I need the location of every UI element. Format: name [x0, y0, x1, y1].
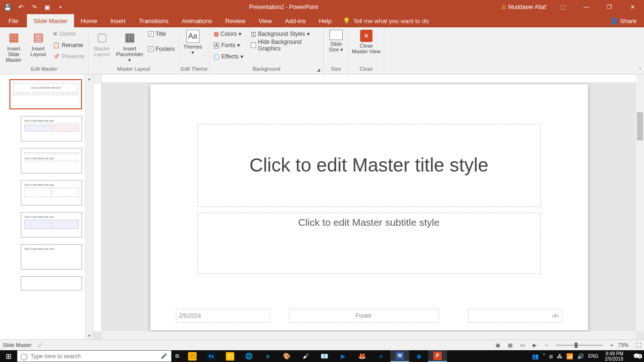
thumbnail-scrollbar[interactable]: ▴ ▾: [85, 74, 93, 339]
taskbar-clock[interactable]: 8:49 PM 2/5/2018: [602, 351, 626, 362]
minimize-icon[interactable]: —: [576, 0, 597, 14]
tab-animations[interactable]: Animations: [175, 14, 219, 27]
footers-checkbox[interactable]: ✓Footers: [146, 44, 177, 54]
tab-insert[interactable]: Insert: [104, 14, 132, 27]
thumbnail-layout-1[interactable]: Click to edit Master title style: [21, 116, 82, 141]
thumbnail-layout-3[interactable]: Click to edit Master title style: [21, 180, 82, 206]
taskbar-app-folder[interactable]: 🗀: [221, 350, 239, 362]
task-view-icon[interactable]: ⧉: [172, 350, 183, 362]
insert-placeholder-button[interactable]: ▦ Insert Placeholder ▾: [114, 29, 145, 63]
search-input[interactable]: [31, 353, 157, 360]
insert-slide-master-button[interactable]: ▦ Insert Slide Master: [2, 29, 25, 63]
thumbnail-layout-5[interactable]: Click to edit Master title style: [21, 244, 82, 270]
fonts-button[interactable]: AFonts ▾: [212, 40, 245, 50]
taskbar-search[interactable]: ◯ 🎤: [17, 350, 172, 362]
themes-button[interactable]: Aa Themes▾: [181, 29, 205, 55]
close-window-icon[interactable]: ✕: [622, 0, 643, 14]
taskbar-app-explorer[interactable]: 🗀: [183, 350, 202, 362]
canvas-scrollbar-v[interactable]: [636, 74, 644, 331]
sorter-view-icon[interactable]: ▦: [504, 341, 516, 349]
ruler-vertical[interactable]: [93, 83, 102, 331]
collapse-ribbon-icon[interactable]: ˄: [639, 67, 641, 73]
placeholder-date[interactable]: 2/5/2018: [176, 309, 270, 323]
language-icon[interactable]: ENG: [588, 354, 598, 359]
colors-button[interactable]: ▦Colors ▾: [212, 29, 245, 39]
taskbar-app-video[interactable]: ◉: [409, 350, 428, 362]
tab-addins[interactable]: Add-ins: [278, 14, 312, 27]
taskbar-app-word[interactable]: W: [390, 350, 409, 362]
taskbar-app-firefox[interactable]: 🦊: [353, 350, 372, 362]
master-layout-button[interactable]: ▢ Master Layout: [91, 29, 113, 57]
placeholder-footer[interactable]: Footer: [289, 309, 439, 323]
taskbar-app-mail[interactable]: 📧: [315, 350, 334, 362]
tell-me-search[interactable]: 💡 Tell me what you want to do: [343, 14, 429, 27]
zoom-slider[interactable]: [556, 345, 603, 346]
zoom-in-icon[interactable]: +: [611, 342, 613, 348]
scroll-up-icon[interactable]: ▴: [85, 74, 93, 82]
taskbar-app-paint[interactable]: 🎨: [277, 350, 296, 362]
people-icon[interactable]: 👥: [532, 353, 539, 360]
share-button[interactable]: 👤 Share: [606, 14, 641, 27]
rename-button[interactable]: 📋Rename: [51, 40, 86, 50]
thumbnail-master[interactable]: Click to edit Master title style: [9, 79, 82, 109]
tab-home[interactable]: Home: [74, 14, 104, 27]
title-checkbox[interactable]: ✓Title: [146, 29, 177, 39]
mic-icon[interactable]: 🎤: [157, 353, 171, 359]
insert-layout-button[interactable]: ▤ Insert Layout: [26, 29, 50, 57]
volume-icon[interactable]: 🔊: [577, 353, 584, 360]
reading-view-icon[interactable]: ▭: [517, 341, 528, 349]
restore-icon[interactable]: ❐: [599, 0, 620, 14]
taskbar-app-media[interactable]: ▶: [334, 350, 353, 362]
taskbar-app-ie[interactable]: e: [258, 350, 277, 362]
fit-window-icon[interactable]: ⛶: [636, 342, 641, 348]
preserve-button[interactable]: 📌Preserve: [51, 51, 86, 62]
status-customize-icon[interactable]: ☄: [38, 342, 43, 348]
scroll-down-icon[interactable]: ▾: [85, 331, 93, 339]
zoom-value[interactable]: 73%: [618, 342, 628, 348]
ruler-horizontal[interactable]: [102, 74, 636, 83]
taskbar-app-powerpoint[interactable]: P: [428, 350, 447, 362]
taskbar-app-edge[interactable]: e: [372, 350, 390, 362]
tab-view[interactable]: View: [252, 14, 278, 27]
slideshow-view-icon[interactable]: ▶: [529, 341, 540, 349]
start-button[interactable]: ⊞: [0, 350, 17, 362]
scroll-thumb[interactable]: [637, 112, 643, 140]
ribbon-display-options-icon[interactable]: ⬚: [553, 0, 574, 14]
hide-bg-graphics-checkbox[interactable]: Hide Background Graphics: [249, 40, 322, 50]
dropbox-icon[interactable]: ⧈: [549, 353, 553, 360]
user-name[interactable]: Muddaser Altaf: [508, 4, 546, 10]
background-dialog-launcher[interactable]: ◢: [315, 66, 322, 73]
placeholder-slide-number[interactable]: ‹#›: [468, 309, 562, 323]
normal-view-icon[interactable]: ▣: [492, 341, 504, 349]
tab-review[interactable]: Review: [219, 14, 252, 27]
slide-size-button[interactable]: Slide Size ▾: [326, 29, 347, 52]
zoom-slider-thumb[interactable]: [575, 343, 578, 348]
qat-customize-icon[interactable]: ▾: [55, 1, 66, 13]
wifi-icon[interactable]: 📶: [566, 353, 573, 360]
thumbnail-layout-6[interactable]: [21, 276, 82, 290]
tray-overflow-icon[interactable]: ˄: [543, 353, 545, 360]
placeholder-subtitle[interactable]: Click to edit Master subtitle style: [198, 213, 541, 274]
cortana-icon[interactable]: ◯: [17, 353, 31, 360]
taskbar-app-paint2[interactable]: 🖌: [296, 350, 315, 362]
thumbnail-layout-2[interactable]: Click to edit Master title style: [21, 148, 82, 173]
network-icon[interactable]: 🖧: [557, 353, 562, 360]
tab-transitions[interactable]: Transitions: [132, 14, 175, 27]
thumbnail-layout-4[interactable]: Click to edit Master title style: [21, 212, 82, 238]
effects-button[interactable]: ◯Effects ▾: [212, 51, 245, 62]
redo-icon[interactable]: ↷: [28, 1, 40, 13]
taskbar-app-chrome[interactable]: 🌐: [239, 350, 258, 362]
delete-button[interactable]: ✖Delete: [51, 29, 86, 39]
placeholder-title[interactable]: Click to edit Master title style: [198, 124, 541, 207]
canvas-scrollbar-h[interactable]: [102, 331, 636, 339]
action-center-icon[interactable]: 💬3: [630, 353, 643, 359]
background-styles-button[interactable]: ◫Background Styles ▾: [249, 29, 322, 39]
slide-master[interactable]: Click to edit Master title style Click t…: [150, 84, 588, 330]
tab-file[interactable]: File: [0, 14, 27, 27]
slide-canvas-area[interactable]: Click to edit Master title style Click t…: [102, 83, 636, 331]
close-master-view-button[interactable]: ✕ Close Master View: [351, 29, 382, 54]
start-from-beginning-icon[interactable]: ▣: [41, 1, 53, 13]
undo-icon[interactable]: ↶: [15, 1, 26, 13]
taskbar-app-photoshop[interactable]: Ps: [202, 350, 221, 362]
zoom-out-icon[interactable]: −: [545, 342, 548, 348]
